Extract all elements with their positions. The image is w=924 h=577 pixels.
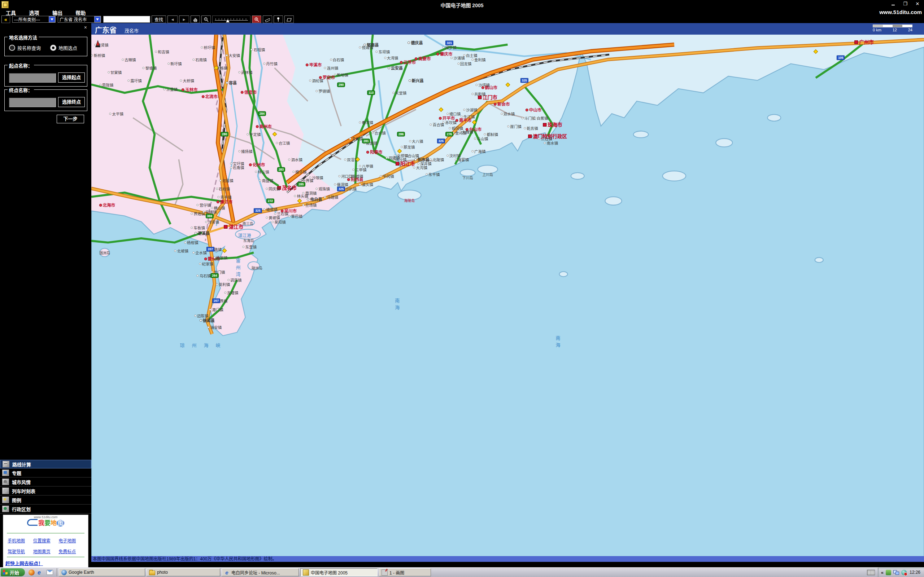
radio-query-by-name[interactable]: 按名称查询 [9, 44, 41, 51]
road-number-badge: 284 [258, 111, 266, 116]
road-number-badge: 286 [397, 132, 405, 137]
map-label: 雷州湾 [234, 258, 241, 279]
find-button[interactable]: 查找 [152, 16, 166, 23]
north-arrow [95, 37, 101, 47]
media-player-icon[interactable] [29, 569, 35, 575]
start-name-field[interactable] [9, 73, 56, 82]
network-icon[interactable] [893, 570, 899, 575]
map-area: 广东省 茂名市 0 km1224 [91, 23, 924, 567]
map-label: 儒洞镇 [334, 182, 348, 187]
sidebar-item-route-calc[interactable]: 路线计算 [0, 460, 91, 469]
restore-button[interactable] [901, 1, 909, 7]
internet-explorer-icon[interactable]: e [37, 569, 44, 575]
connection-error-icon[interactable] [901, 570, 907, 575]
map-label: 古辣镇 [122, 56, 136, 62]
map-label: 南水镇 [544, 140, 558, 145]
map-label: 岑溪市 [306, 62, 322, 68]
map-label: 玉林市 [181, 87, 198, 92]
tray-app-icon[interactable] [886, 570, 891, 575]
sidebar-item-city-life[interactable]: 城市风情 [0, 477, 91, 487]
map-label: 悦城镇 [359, 45, 373, 50]
map-label: 英利镇 [216, 281, 230, 287]
link-go-mark-online[interactable]: 赶快上网去标点！ [5, 560, 43, 567]
sidebar-item-train-schedule[interactable]: 列车时刻表 [0, 487, 91, 495]
taskbar-item-paint[interactable]: 1 - 画图 [379, 568, 431, 576]
road-number-badge: 369 [206, 213, 214, 218]
category-dropdown[interactable]: ---所有类别--- [12, 16, 56, 23]
zoom-out-icon[interactable] [201, 16, 211, 23]
zoom-slider[interactable] [212, 16, 250, 23]
taskbar-item-photo[interactable]: photo [147, 568, 220, 576]
radio-icon[interactable] [9, 45, 15, 51]
road-number-badge: 207 [207, 247, 215, 252]
chevron-down-icon[interactable] [49, 16, 55, 23]
map-canvas[interactable]: 广州市茂名市湛江市阳江市江门市珠海市澳门特别行政区肇庆市高要市云浮市罗定市岑溪市… [91, 35, 924, 562]
forward-button[interactable]: ► [179, 16, 189, 23]
measure-ruler-icon[interactable] [263, 16, 272, 23]
radio-icon[interactable] [50, 45, 56, 51]
map-label: 共和镇 [472, 91, 486, 96]
taskbar-item-map-app[interactable]: 中国电子地图 2005 [300, 568, 378, 576]
divider [7, 533, 84, 533]
area-select-icon[interactable] [284, 16, 294, 23]
site-url: www.51ditu.com [879, 9, 922, 15]
link-driving-nav[interactable]: 驾驶导航 [8, 548, 33, 554]
map-label: 桥圩镇 [201, 45, 215, 50]
pushpin-icon[interactable] [274, 16, 283, 23]
map-label: 白石镇 [330, 56, 344, 62]
map-label: 化州市 [249, 161, 265, 167]
scale-bar: 0 km1224 [873, 24, 913, 32]
map-label: 珠海市 [543, 121, 562, 128]
sidebar-item-admin-regions[interactable]: 行政区划 [0, 504, 91, 514]
zoom-in-icon[interactable] [252, 16, 261, 23]
map-label: 林尘镇 [255, 169, 269, 174]
sidebar-item-topics[interactable]: 专题 [0, 469, 91, 477]
internet-explorer-icon: e [224, 570, 229, 575]
map-label: 硇洲岛 [252, 265, 262, 271]
taskbar-item-forum[interactable]: e 电白同乡论坛 - Microso... [221, 568, 299, 576]
close-button[interactable] [914, 1, 921, 7]
map-label: 三甲镇 [352, 167, 367, 172]
link-location-search[interactable]: 位置搜索 [33, 537, 59, 543]
start-button[interactable]: 开始 [1, 568, 25, 576]
search-input[interactable] [103, 16, 150, 23]
map-label: 大沟镇 [413, 165, 428, 170]
map-label: 湛江港 [238, 232, 251, 238]
keyboard-icon[interactable] [867, 570, 875, 575]
chevron-down-icon[interactable] [94, 16, 101, 23]
link-e-map[interactable]: 电子地图 [58, 537, 84, 543]
map-label: 电白县 [307, 196, 322, 202]
taskbar-item-google-earth[interactable]: Google Earth [59, 568, 145, 576]
link-free-marking[interactable]: 免费标点 [58, 548, 84, 554]
map-label: 合江镇 [276, 140, 290, 145]
panel-close-icon[interactable]: × [84, 24, 87, 30]
mail-icon[interactable] [47, 570, 53, 575]
link-mobile-map[interactable]: 手机地图 [8, 537, 33, 543]
map-label: 阳春市 [366, 149, 383, 155]
pan-hand-icon[interactable] [191, 16, 200, 23]
choose-start-button[interactable]: 选择起点 [58, 73, 85, 82]
end-name-field[interactable] [9, 98, 56, 107]
map-label: 南盛镇 [259, 177, 274, 183]
pen-icon [2, 488, 9, 494]
map-label: 双捷镇 [386, 155, 400, 160]
back-button[interactable]: ◄ [168, 16, 178, 23]
next-step-button[interactable]: 下一步 [57, 115, 84, 123]
radio-pick-on-map[interactable]: 地图选点 [50, 44, 77, 51]
collapse-panel-button[interactable]: « [2, 16, 10, 23]
map-label: 赤坎镇 [442, 119, 457, 125]
map-label: 北陡镇 [430, 157, 444, 162]
choose-end-button[interactable]: 选择终点 [58, 97, 85, 107]
minimize-button[interactable] [889, 1, 897, 7]
paint-icon [381, 569, 388, 575]
road-number-badge: 113 [367, 90, 375, 95]
region-dropdown[interactable]: 广东省 茂名市 [58, 16, 101, 23]
toll-marker-icon [297, 198, 302, 203]
sidebar-item-legend[interactable]: 图例 [0, 495, 91, 504]
zoom-slider-thumb[interactable] [226, 18, 229, 23]
link-map-yellowpages[interactable]: 地图黄页 [33, 548, 59, 554]
tray-expand-icon[interactable]: « [881, 570, 884, 575]
road-number-badge: 285 [297, 182, 305, 187]
map-label: 播扬镇 [238, 148, 253, 154]
map-label: 云浮市 [399, 59, 416, 65]
